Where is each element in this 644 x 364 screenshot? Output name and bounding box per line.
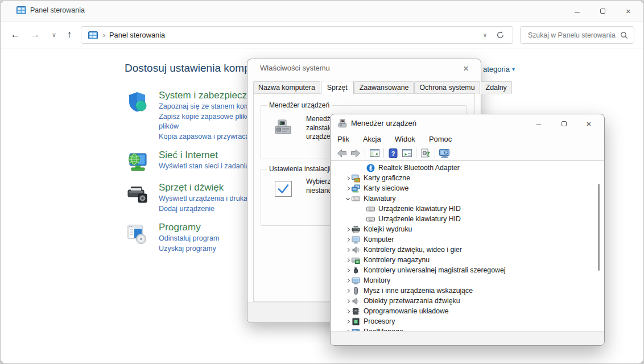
chevron-glyph [345,196,349,200]
chevron-glyph [345,278,349,282]
scrollbar-thumb[interactable] [598,184,600,271]
address-bar[interactable]: › Panel sterowania ∨ [81,26,513,44]
processor-icon [352,317,360,326]
chevron-glyph [345,237,349,241]
device-tree-panel: Realtek Bluetooth AdapterKarty graficzne… [331,160,604,332]
status-bar [331,331,604,345]
tree-item-mysz-i-inne-urz-dzenia-wskazuj-ce[interactable]: Mysz i inne urządzenia wskazujące [331,286,604,296]
recent-locations-button[interactable]: ∨ [46,27,63,43]
up-button[interactable]: ↑ [61,27,78,43]
task-link[interactable]: Wyświetl stan sieci i zadania [159,162,249,172]
tab-sprz-t[interactable]: Sprzęt [321,81,354,94]
tree-item-label: Obiekty przetwarzania dźwięku [364,297,460,305]
category-title-link[interactable]: Sprzęt i dźwięk [159,181,255,194]
close-button[interactable]: × [458,61,474,76]
chevron-right-icon[interactable] [344,177,352,180]
mouse-icon [352,287,360,295]
search-input[interactable] [527,31,620,40]
forward-icon[interactable] [349,147,362,159]
tree-item-karty-graficzne[interactable]: Karty graficzne [331,173,604,183]
usb-controller-icon [352,266,360,275]
help-icon[interactable]: ? [386,147,400,159]
maximize-icon [562,121,567,126]
keyboard-icon [366,215,375,224]
tree-item-kontrolery-magazynu[interactable]: Kontrolery magazynu [331,255,604,265]
tree-item-komputer[interactable]: Komputer [331,234,604,245]
chevron-right-icon[interactable] [344,310,352,313]
task-link[interactable]: Wyświetl urządzenia i drukarki [159,194,255,204]
tree-item-label: Urządzenie klawiatury HID [378,205,461,213]
chevron-right-icon[interactable] [344,279,352,282]
category-title-link[interactable]: Sieć i Internet [159,149,249,162]
back-icon[interactable] [335,147,349,159]
tab-ochrona-systemu[interactable]: Ochrona systemu [414,81,480,94]
maximize-button[interactable] [551,115,576,132]
tab-zaawansowane[interactable]: Zaawansowane [354,81,414,94]
maximize-button[interactable] [590,2,616,20]
tree-item-klawiatury[interactable]: Klawiatury [331,193,604,204]
scan-hardware-icon[interactable] [419,147,432,159]
close-button[interactable]: × [576,115,601,132]
menu-item-akcja[interactable]: Akcja [363,135,381,143]
category-body: ProgramyOdinstaluj programUzyskaj progra… [159,221,219,254]
chevron-right-icon[interactable] [344,228,352,231]
tree-item-urz-dzenie-klawiatury-hid[interactable]: Urządzenie klawiatury HID [331,204,604,214]
chevron-down-icon[interactable] [344,198,352,200]
checkbox-checked-icon [275,181,292,197]
device-tree: Realtek Bluetooth AdapterKarty graficzne… [331,161,604,332]
chevron-right-icon[interactable] [344,238,352,241]
titlebar[interactable]: Panel sterowania – × [1,1,643,22]
tree-item-label: Karty sieciowe [364,184,408,192]
monitor-icon [352,276,360,285]
tree-item-urz-dzenie-klawiatury-hid[interactable]: Urządzenie klawiatury HID [331,214,604,224]
chevron-right-icon[interactable] [344,289,352,292]
menu-item-plik[interactable]: Plik [337,135,349,143]
console-tree-icon[interactable] [368,147,381,159]
tree-item-kontrolery-uniwersalnej-magistrali-szeregowej[interactable]: Kontrolery uniwersalnej magistrali szere… [331,265,604,275]
window-title: Panel sterowania [30,6,85,14]
breadcrumb[interactable]: Panel sterowania [109,31,165,39]
search-box[interactable] [520,26,634,44]
device-manager-window: Menedżer urządzeń – × PlikAkcjaWidokPomo… [330,114,605,346]
chevron-right-icon[interactable] [344,269,352,272]
chevron-right-icon[interactable] [344,300,352,303]
refresh-icon[interactable] [495,31,513,39]
minimize-button[interactable]: – [564,2,590,20]
chevron-right-icon[interactable] [344,249,352,251]
tree-item-realtek-bluetooth-adapter[interactable]: Realtek Bluetooth Adapter [331,163,604,173]
chevron-right-icon[interactable] [344,259,352,262]
chevron-right-icon[interactable] [344,187,352,190]
view-by-dropdown[interactable]: ategoria ▾ [483,65,515,73]
tree-item-monitory[interactable]: Monitory [331,275,604,286]
properties-icon[interactable] [400,147,414,159]
maximize-icon [600,9,605,14]
svg-text:?: ? [391,150,395,156]
close-button[interactable]: × [616,2,641,20]
tree-item-label: Kontrolery magazynu [364,256,430,264]
minimize-button[interactable]: – [526,115,551,132]
menu-item-widok[interactable]: Widok [395,135,415,143]
chevron-right-icon[interactable] [344,320,352,323]
remote-computer-icon[interactable] [437,147,451,159]
forward-button[interactable]: → [27,27,44,43]
tree-item-label: Kontrolery dźwięku, wideo i gier [364,246,462,254]
device-manager-icon [274,118,294,138]
task-link[interactable]: Dodaj urządzenie [159,204,255,214]
breadcrumb-separator: › [103,31,105,39]
sound-controller-icon [352,246,360,254]
tree-item-kontrolery-d-wi-ku-wideo-i-gier[interactable]: Kontrolery dźwięku, wideo i gier [331,245,604,255]
titlebar[interactable]: Menedżer urządzeń – × [331,114,604,133]
address-dropdown-button[interactable]: ∨ [475,32,495,38]
tab-nazwa-komputera[interactable]: Nazwa komputera [253,81,320,94]
tree-item-karty-sieciowe[interactable]: Karty sieciowe [331,183,604,193]
tree-item-oprogramowanie-uk-adowe[interactable]: Oprogramowanie układowe [331,306,604,316]
back-button[interactable]: ← [7,27,24,43]
menu-item-pomoc[interactable]: Pomoc [429,135,452,143]
task-link[interactable]: Odinstaluj program [159,234,219,244]
tab-zdalny[interactable]: Zdalny [481,81,512,94]
tree-item-obiekty-przetwarzania-d-wi-ku[interactable]: Obiekty przetwarzania dźwięku [331,296,604,306]
tree-item-procesory[interactable]: Procesory [331,316,604,326]
category-title-link[interactable]: Programy [159,221,219,234]
tree-item-kolejki-wydruku[interactable]: Kolejki wydruku [331,224,604,234]
task-link[interactable]: Uzyskaj programy [159,244,219,254]
